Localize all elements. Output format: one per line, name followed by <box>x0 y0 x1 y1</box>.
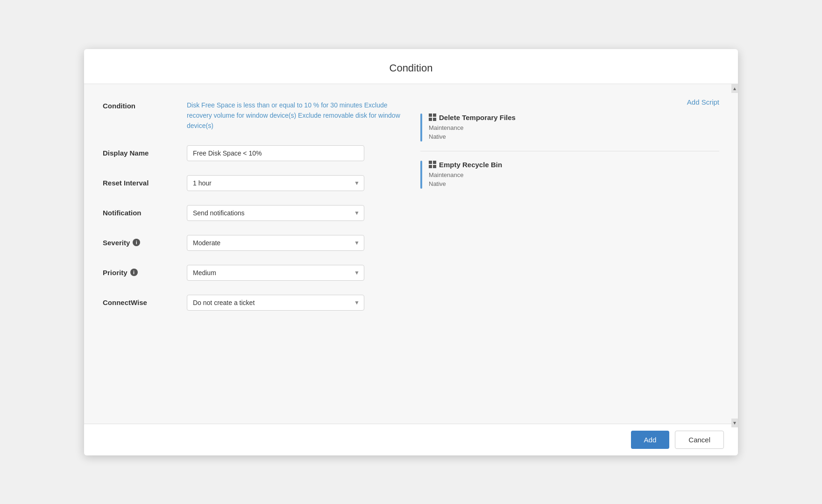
display-name-row: Display Name <box>103 145 402 161</box>
severity-select-wrapper: Low Moderate High Critical ▼ <box>187 235 364 251</box>
svg-rect-2 <box>429 118 432 121</box>
priority-row: Priority i Low Medium High ▼ <box>103 265 402 281</box>
svg-rect-3 <box>433 118 436 121</box>
display-name-label: Display Name <box>103 145 177 157</box>
script-accent-bar <box>420 161 422 189</box>
reset-interval-select[interactable]: 1 hour 2 hours 4 hours 8 hours 24 hours <box>187 175 364 191</box>
svg-rect-4 <box>429 161 432 164</box>
priority-info-icon[interactable]: i <box>130 269 138 276</box>
modal-title: Condition <box>93 62 729 74</box>
notification-label: Notification <box>103 205 177 217</box>
svg-rect-6 <box>429 165 432 168</box>
svg-rect-7 <box>433 165 436 168</box>
priority-select-wrapper: Low Medium High ▼ <box>187 265 364 281</box>
scroll-down-indicator[interactable]: ▼ <box>731 419 738 427</box>
cancel-button[interactable]: Cancel <box>675 431 724 449</box>
condition-label: Condition <box>103 98 177 110</box>
windows-icon <box>429 161 436 168</box>
condition-text: Disk Free Space is less than or equal to… <box>187 98 402 131</box>
svg-rect-0 <box>429 114 432 117</box>
reset-interval-row: Reset Interval 1 hour 2 hours 4 hours 8 … <box>103 175 402 191</box>
connectwise-select-wrapper: Do not create a ticket Create a ticket ▼ <box>187 295 364 311</box>
modal-body: Condition Disk Free Space is less than o… <box>84 84 738 424</box>
form-section: Condition Disk Free Space is less than o… <box>103 98 402 325</box>
script-accent-bar <box>420 114 422 142</box>
modal: Condition ▲ Condition Disk Free Space is… <box>84 49 738 455</box>
svg-rect-1 <box>433 114 436 117</box>
notification-select-wrapper: Send notifications No notifications ▼ <box>187 205 364 221</box>
script-category: Maintenance Native <box>429 123 719 142</box>
svg-rect-5 <box>433 161 436 164</box>
connectwise-select[interactable]: Do not create a ticket Create a ticket <box>187 295 364 311</box>
modal-header: Condition <box>84 49 738 84</box>
condition-row: Condition Disk Free Space is less than o… <box>103 98 402 131</box>
script-item: Delete Temporary Files Maintenance Nativ… <box>420 114 719 151</box>
reset-interval-label: Reset Interval <box>103 175 177 187</box>
windows-icon <box>429 114 436 121</box>
content-area: Condition Disk Free Space is less than o… <box>103 98 719 325</box>
script-name: Empty Recycle Bin <box>429 161 719 169</box>
script-info: Empty Recycle Bin Maintenance Native <box>429 161 719 189</box>
notification-select[interactable]: Send notifications No notifications <box>187 205 364 221</box>
severity-select[interactable]: Low Moderate High Critical <box>187 235 364 251</box>
modal-footer: Add Cancel <box>84 424 738 455</box>
add-script-link[interactable]: Add Script <box>420 98 719 106</box>
severity-info-icon[interactable]: i <box>133 239 140 246</box>
connectwise-label: ConnectWise <box>103 295 177 306</box>
connectwise-row: ConnectWise Do not create a ticket Creat… <box>103 295 402 311</box>
severity-label: Severity i <box>103 235 177 247</box>
add-button[interactable]: Add <box>631 431 670 449</box>
scroll-up-indicator[interactable]: ▲ <box>731 84 738 93</box>
display-name-input[interactable] <box>187 145 364 161</box>
priority-label: Priority i <box>103 265 177 277</box>
scripts-section: Add Script Delete Temporary Files <box>420 98 719 325</box>
script-item: Empty Recycle Bin Maintenance Native <box>420 161 719 198</box>
script-info: Delete Temporary Files Maintenance Nativ… <box>429 114 719 142</box>
reset-interval-select-wrapper: 1 hour 2 hours 4 hours 8 hours 24 hours … <box>187 175 364 191</box>
severity-row: Severity i Low Moderate High Critical ▼ <box>103 235 402 251</box>
notification-row: Notification Send notifications No notif… <box>103 205 402 221</box>
priority-select[interactable]: Low Medium High <box>187 265 364 281</box>
script-category: Maintenance Native <box>429 170 719 189</box>
script-name: Delete Temporary Files <box>429 114 719 121</box>
